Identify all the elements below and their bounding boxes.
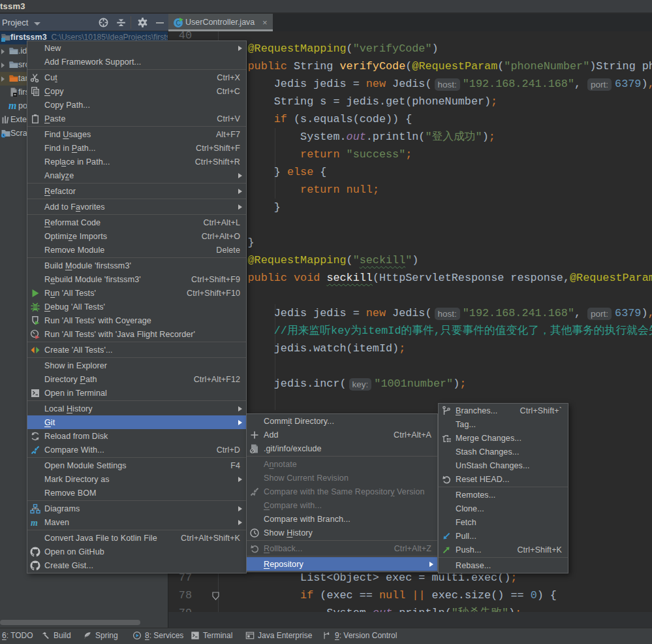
svg-text:m: m — [31, 517, 38, 527]
svg-text:m: m — [8, 101, 16, 111]
